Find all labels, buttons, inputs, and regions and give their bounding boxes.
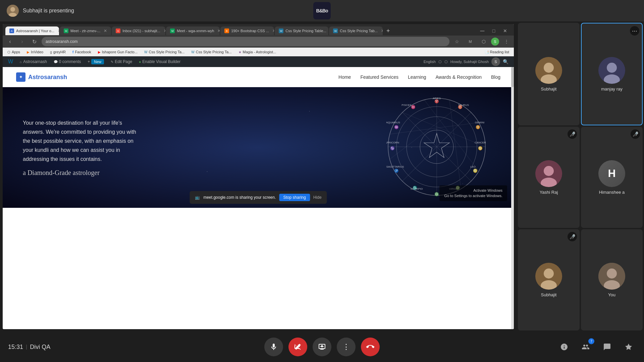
zodiac-wheel: ♈ ♉ ♊ ♋ ♌ ♍ ♎ ♏ ♐ ♑ ♒ ♓ TAURUS [386, 97, 487, 198]
participant-card-subhajit[interactable]: Subhajit [518, 23, 580, 125]
more-options-button[interactable]: ⋮ [337, 338, 356, 356]
browser-tab-active[interactable]: A Astrosaransh | Your o... ✕ [5, 26, 59, 35]
tab2-favicon: M [64, 28, 68, 33]
address-bar[interactable]: astrosaransh.com [42, 37, 449, 46]
tab4-favicon: M [170, 28, 175, 33]
bookmark-apps[interactable]: ⬡ Apps [5, 49, 22, 55]
chat-button[interactable] [600, 340, 614, 354]
nav-blog[interactable]: Blog [491, 74, 500, 80]
mic-button[interactable] [264, 338, 283, 356]
browser-tab-7[interactable]: W Css Style Pricing Tab... ✕ [329, 26, 383, 35]
tab3-title: Inbox (321) - subhajit... [122, 29, 160, 33]
extension-icon[interactable]: M [464, 37, 476, 46]
svg-text:AQUARIUS: AQUARIUS [386, 121, 400, 124]
bookmark-facebook[interactable]: f Facebook [70, 49, 93, 55]
meeting-info-button[interactable] [557, 340, 572, 354]
hero-description: Your one-stop destination for all your l… [23, 118, 144, 164]
forward-button[interactable]: › [17, 37, 27, 46]
tab7-close-btn[interactable]: ✕ [381, 28, 383, 33]
hero-text-container: Your one-stop destination for all your l… [3, 105, 164, 190]
stop-sharing-button[interactable]: Stop sharing [279, 194, 310, 201]
tab2-close-btn[interactable]: ✕ [104, 28, 107, 33]
wp-site-name[interactable]: ⌂ Astrosarnash [17, 56, 50, 67]
svg-text:♑: ♑ [390, 146, 395, 150]
bookmarks-bar: ⬡ Apps ▶ InVideo g greyHR f Facebook ▶ [3, 48, 514, 56]
wp-new-label[interactable]: New [91, 59, 104, 64]
svg-line-11 [389, 97, 461, 177]
svg-marker-56 [625, 344, 632, 350]
svg-point-54 [607, 268, 617, 279]
bookmark-greyhr[interactable]: g greyHR [48, 49, 68, 55]
site-header: ✦ Astrosaransh Home Featured Services Le… [3, 67, 514, 87]
wp-comments[interactable]: 💬 0 comments [51, 56, 84, 67]
participant-card-manjay[interactable]: ⋯ manjay ray [581, 23, 643, 125]
tab4-close-btn[interactable]: ✕ [217, 28, 220, 33]
browser-tab-2[interactable]: M Meet - ztr-zmev-... ✕ [60, 26, 111, 35]
participant-avatar-manjay [598, 57, 625, 84]
end-call-button[interactable] [361, 338, 380, 356]
participant-card-himanshee[interactable]: 🎤̷ H Himanshee a [581, 127, 643, 228]
svg-point-48 [544, 166, 554, 176]
nav-home[interactable]: Home [338, 74, 351, 80]
scrollbar-thumb[interactable] [511, 67, 514, 87]
bookmark-css2[interactable]: W Css Style Pricing Ta... [189, 49, 233, 55]
muted-icon-yashi: 🎤̷ [568, 129, 577, 139]
svg-text:TAURUS: TAURUS [458, 104, 469, 107]
bookmark-youtube[interactable]: ▶ Ishapore Gun Facto... [96, 49, 140, 55]
more-options-manjay[interactable]: ⋯ [630, 26, 639, 36]
reload-button[interactable]: ↻ [30, 37, 39, 46]
back-button[interactable]: ‹ [5, 37, 15, 46]
camera-button[interactable] [288, 338, 307, 356]
tab3-close-btn[interactable]: ✕ [164, 28, 165, 33]
participant-card-subhajit2[interactable]: 🎤̷ Subhajit [518, 229, 580, 330]
presenter-avatar [7, 5, 19, 17]
wp-comments-label: 0 comments [59, 59, 81, 64]
svg-text:GEMINI: GEMINI [475, 121, 484, 124]
svg-text:CANCER: CANCER [475, 141, 486, 144]
bookmark-css1[interactable]: W Css Style Pricing Ta... [142, 49, 186, 55]
close-btn[interactable]: ✕ [500, 26, 510, 36]
restore-btn[interactable]: □ [489, 26, 498, 36]
address-text: astrosaransh.com [46, 39, 77, 44]
browser-tab-3[interactable]: G Inbox (321) - subhajit... ✕ [112, 26, 165, 35]
nav-learning[interactable]: Learning [408, 74, 426, 80]
extensions-icon[interactable]: ⬡ [479, 37, 488, 46]
activities-button[interactable] [621, 340, 636, 354]
wp-edit-page[interactable]: ✎ Edit Page [108, 56, 135, 67]
minimize-btn[interactable]: ─ [478, 26, 487, 36]
participant-grid: Subhajit ⋯ manjay ray 🎤̷ Yashi Raj [518, 23, 643, 330]
wp-vb-label: Enable Visual Builder [142, 59, 180, 64]
website-content: ✦ Astrosaransh Home Featured Services Le… [3, 67, 514, 329]
search-icon-wp[interactable]: 🔍 [503, 59, 508, 64]
scrollbar-track[interactable] [511, 67, 514, 329]
site-logo-text: Astrosaransh [28, 74, 67, 81]
participant-card-yashi[interactable]: 🎤̷ Yashi Raj [518, 127, 580, 228]
profile-icon[interactable]: S [491, 38, 499, 46]
bookmark-invideo[interactable]: ▶ InVideo [25, 49, 45, 55]
nav-featured[interactable]: Featured Services [360, 74, 398, 80]
bookmark-magia[interactable]: ★ Magia - Astrologist... [236, 49, 278, 55]
bookmark-icon[interactable]: ☆ [452, 37, 462, 46]
wp-edit-label: Edit Page [115, 59, 132, 64]
hide-button[interactable]: Hide [313, 195, 322, 200]
menu-icon[interactable]: ⋮ [502, 37, 511, 46]
wp-logo[interactable]: W [5, 56, 16, 67]
reading-list[interactable]: 📑 Reading list [483, 49, 511, 55]
tab-close-btn[interactable]: ✕ [58, 28, 59, 33]
participant-name-himanshee: Himanshee a [599, 190, 625, 195]
wp-new-btn[interactable]: + New [85, 56, 107, 67]
wp-visual-builder[interactable]: ● Enable Visual Builder [136, 56, 183, 67]
present-screen-button[interactable] [313, 338, 331, 356]
participants-panel: Subhajit ⋯ manjay ray 🎤̷ Yashi Raj [517, 21, 644, 332]
tab5-close-btn[interactable]: ✕ [272, 28, 274, 33]
participant-card-you[interactable]: You [581, 229, 643, 330]
browser-tab-4[interactable]: M Meet - wga-xnmm-wyh ✕ [166, 26, 220, 35]
browser-tab-6[interactable]: W Css Style Pricing Table... ✕ [275, 26, 328, 35]
hero-cursive: a Diamond-Grade astrologer [23, 169, 144, 177]
browser-tab-5[interactable]: B 190+ Bootstrap CSS ... ✕ [220, 26, 274, 35]
browser-chrome: A Astrosaransh | Your o... ✕ M Meet - zt… [3, 24, 514, 56]
new-tab-button[interactable]: + [383, 26, 393, 36]
nav-awards[interactable]: Awards & Recognition [435, 74, 481, 80]
svg-text:♌: ♌ [473, 168, 478, 173]
participants-button[interactable]: 7 [578, 340, 593, 354]
